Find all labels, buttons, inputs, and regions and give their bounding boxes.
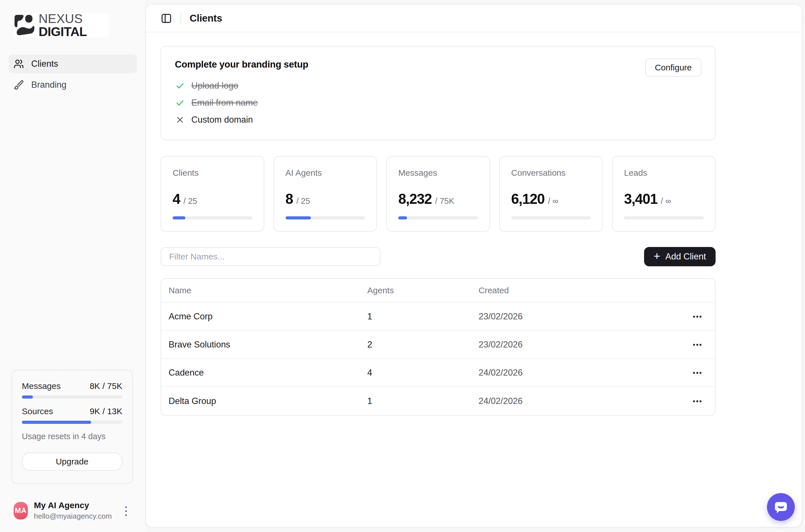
profile-name: My AI Agency bbox=[34, 500, 112, 510]
main-header: Clients bbox=[146, 4, 802, 32]
stat-value: 8 bbox=[286, 191, 293, 207]
stat-label: Leads bbox=[624, 168, 704, 178]
sidebar-spacer bbox=[8, 94, 137, 369]
brand-name-line1: NEXUS bbox=[39, 12, 87, 25]
client-agents: 1 bbox=[367, 396, 479, 406]
stat-progress-bar bbox=[173, 216, 252, 220]
table-row[interactable]: Delta Group 1 24/02/2026 ••• bbox=[161, 387, 715, 415]
ellipsis-icon: ••• bbox=[693, 312, 703, 320]
usage-meter-value: 9K / 13K bbox=[90, 406, 122, 416]
page-title: Clients bbox=[190, 13, 222, 24]
brand-logo: NEXUS DIGITAL bbox=[13, 13, 109, 37]
column-header-name: Name bbox=[161, 286, 367, 295]
brand-logo-icon bbox=[13, 13, 36, 37]
panel-left-icon bbox=[161, 13, 172, 24]
clients-table: Name Agents Created Acme Corp 1 23/02/20… bbox=[161, 278, 715, 416]
clients-toolbar: + Add Client bbox=[161, 247, 715, 266]
chat-widget-button[interactable] bbox=[767, 493, 795, 521]
table-row[interactable]: Cadence 4 24/02/2026 ••• bbox=[161, 359, 715, 387]
stat-value-row: 8,232 / 75K bbox=[398, 191, 478, 207]
usage-card: Messages 8K / 75K Sources 9K / 13K Usage… bbox=[11, 369, 133, 484]
task-custom-domain: Custom domain bbox=[175, 115, 702, 125]
header-divider bbox=[180, 12, 181, 24]
sidebar: NEXUS DIGITAL Clients Branding bbox=[0, 0, 145, 532]
row-actions-button[interactable]: ••• bbox=[692, 311, 703, 322]
profile-menu-button[interactable]: ⋮ bbox=[118, 503, 134, 519]
stat-label: Conversations bbox=[511, 168, 591, 178]
plus-icon: + bbox=[654, 250, 660, 262]
profile-email: hello@myaiagency.com bbox=[34, 512, 112, 521]
usage-meter-sources: Sources 9K / 13K bbox=[22, 406, 122, 416]
task-email-from-name: Email from name bbox=[175, 98, 702, 108]
stat-progress-bar bbox=[398, 216, 478, 220]
ellipsis-icon: ••• bbox=[693, 369, 703, 376]
client-created: 24/02/2026 bbox=[479, 368, 681, 378]
stat-value: 3,401 bbox=[624, 191, 657, 207]
client-agents: 1 bbox=[367, 311, 479, 322]
stat-limit: / ∞ bbox=[661, 196, 671, 206]
configure-button[interactable]: Configure bbox=[645, 58, 702, 77]
client-created: 24/02/2026 bbox=[479, 396, 681, 406]
check-icon bbox=[175, 81, 185, 91]
sidebar-toggle-button[interactable] bbox=[161, 13, 172, 24]
row-actions-button[interactable]: ••• bbox=[692, 340, 703, 350]
table-row[interactable]: Acme Corp 1 23/02/2026 ••• bbox=[161, 303, 715, 331]
usage-meter-fill bbox=[22, 396, 33, 399]
client-name: Cadence bbox=[161, 368, 367, 378]
kebab-menu-icon: ⋮ bbox=[120, 505, 132, 517]
add-client-button[interactable]: + Add Client bbox=[644, 247, 715, 266]
client-name: Acme Corp bbox=[161, 311, 367, 322]
profile-text: My AI Agency hello@myaiagency.com bbox=[34, 500, 112, 521]
task-label: Email from name bbox=[191, 98, 258, 108]
usage-meter-messages: Messages 8K / 75K bbox=[22, 381, 122, 391]
chat-bubble-icon bbox=[773, 499, 789, 515]
stat-label: Messages bbox=[398, 168, 478, 178]
stat-progress-fill bbox=[398, 216, 407, 220]
usage-reset-note: Usage resets in 4 days bbox=[22, 432, 122, 441]
stats-row: Clients 4 / 25 AI Agents 8 / 25 bbox=[161, 156, 715, 232]
row-actions-button[interactable]: ••• bbox=[692, 368, 703, 378]
ellipsis-icon: ••• bbox=[693, 341, 703, 348]
usage-meter-bar bbox=[22, 396, 122, 399]
column-header-created: Created bbox=[479, 286, 681, 295]
stat-limit: / 25 bbox=[296, 196, 310, 206]
stat-progress-fill bbox=[173, 216, 185, 220]
stat-label: AI Agents bbox=[286, 168, 365, 178]
account-profile[interactable]: MA My AI Agency hello@myaiagency.com ⋮ bbox=[8, 500, 137, 521]
stat-card-conversations: Conversations 6,120 / ∞ bbox=[499, 156, 603, 232]
stat-value: 8,232 bbox=[398, 191, 432, 207]
usage-meter-bar bbox=[22, 421, 122, 424]
stat-limit: / 25 bbox=[184, 196, 197, 206]
stat-limit: / 75K bbox=[435, 196, 455, 206]
sidebar-item-branding[interactable]: Branding bbox=[8, 76, 137, 94]
branding-task-list: Upload logo Email from name bbox=[175, 81, 702, 125]
stat-label: Clients bbox=[173, 168, 252, 178]
stat-progress-fill bbox=[286, 216, 311, 220]
sidebar-item-clients[interactable]: Clients bbox=[8, 55, 137, 73]
main-panel: Clients Complete your branding setup Con… bbox=[145, 4, 802, 528]
stat-value: 6,120 bbox=[511, 191, 545, 207]
stat-card-clients: Clients 4 / 25 bbox=[161, 156, 264, 232]
stat-progress-bar bbox=[286, 216, 365, 220]
users-icon bbox=[14, 59, 24, 69]
upgrade-button[interactable]: Upgrade bbox=[22, 453, 122, 471]
paintbrush-icon bbox=[14, 80, 24, 90]
usage-meter-label: Sources bbox=[22, 406, 53, 416]
brand-logo-text: NEXUS DIGITAL bbox=[39, 12, 87, 38]
row-actions-button[interactable]: ••• bbox=[692, 396, 703, 406]
ellipsis-icon: ••• bbox=[693, 397, 703, 405]
add-client-label: Add Client bbox=[665, 251, 706, 262]
stat-limit: / ∞ bbox=[548, 196, 558, 206]
table-row[interactable]: Brave Solutions 2 23/02/2026 ••• bbox=[161, 331, 715, 359]
task-label: Upload logo bbox=[191, 81, 238, 91]
stat-progress-bar bbox=[511, 216, 591, 220]
brand-name-line2: DIGITAL bbox=[39, 25, 87, 38]
filter-names-input[interactable] bbox=[161, 247, 380, 266]
avatar: MA bbox=[14, 502, 28, 519]
x-icon bbox=[175, 115, 185, 125]
client-name: Brave Solutions bbox=[161, 340, 367, 350]
stat-value-row: 8 / 25 bbox=[286, 191, 365, 207]
usage-meter-label: Messages bbox=[22, 381, 61, 391]
stat-value: 4 bbox=[173, 191, 180, 207]
stat-value-row: 6,120 / ∞ bbox=[511, 191, 591, 207]
